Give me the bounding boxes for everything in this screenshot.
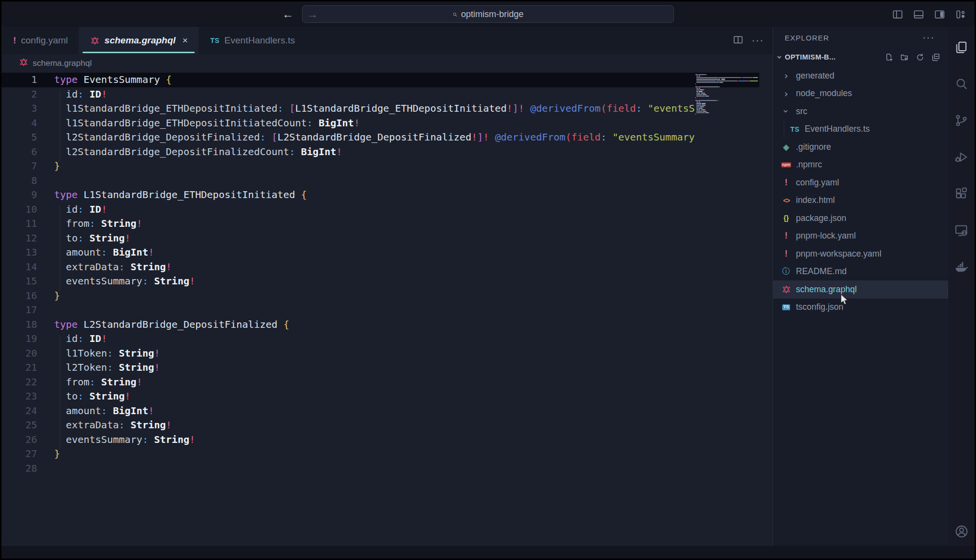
refresh-icon[interactable] <box>915 53 925 62</box>
file-label: tsconfig.json <box>796 302 843 312</box>
code-line-26[interactable]: 26 eventsSummary: String! <box>1 433 773 447</box>
code-line-12[interactable]: 12 to: String! <box>1 231 773 246</box>
line-text: type EventsSummary { <box>54 73 708 87</box>
new-folder-icon[interactable] <box>900 53 909 62</box>
code-line-28[interactable]: 28 <box>1 461 773 476</box>
code-line-14[interactable]: 14 extraData: String! <box>1 260 773 275</box>
code-line-5[interactable]: 5 l2StandardBridge_DepositFinalized: [L2… <box>1 130 773 145</box>
html-icon: <> <box>783 197 789 204</box>
file-item-README.md[interactable]: ⓘ README.md <box>773 263 948 281</box>
code-line-20[interactable]: 20 l1Token: String! <box>1 346 773 361</box>
file-item-EventHandlers.ts[interactable]: TS EventHandlers.ts <box>773 120 948 139</box>
activity-extensions[interactable] <box>948 175 975 212</box>
code-line-4[interactable]: 4 l1StandardBridge_ETHDepositInitiatedCo… <box>1 116 773 131</box>
code-line-19[interactable]: 19 id: ID! <box>1 332 773 346</box>
code-line-21[interactable]: 21 l2Token: String! <box>1 360 773 375</box>
code-line-23[interactable]: 23 to: String! <box>1 389 773 404</box>
line-text: to: String! <box>54 389 708 404</box>
code-line-8[interactable]: 8 <box>1 174 773 188</box>
activity-docker[interactable] <box>948 248 975 285</box>
code-editor[interactable]: 1type EventsSummary {2 id: ID!3 l1Standa… <box>1 73 773 546</box>
layout-panel-right-icon[interactable] <box>934 8 946 20</box>
layout-panel-bottom-icon[interactable] <box>913 8 925 20</box>
code-line-17[interactable]: 17 <box>1 303 773 318</box>
new-file-icon[interactable] <box>884 53 894 62</box>
file-item-package.json[interactable]: {} package.json <box>773 209 948 227</box>
line-number: 22 <box>1 375 37 390</box>
code-line-2[interactable]: 2 id: ID! <box>1 87 773 102</box>
file-item-pnpm-workspace.yaml[interactable]: ! pnpm-workspace.yaml <box>773 245 948 263</box>
tab-config.yaml[interactable]: ! config.yaml <box>1 27 79 54</box>
activity-source-control[interactable] <box>948 102 975 139</box>
line-text: extraData: String! <box>54 260 708 275</box>
more-actions-icon[interactable]: ··· <box>752 34 764 47</box>
code-line-9[interactable]: 9type L1StandardBridge_ETHDepositInitiat… <box>1 188 773 202</box>
sidebar-header: EXPLORER ··· <box>773 27 948 48</box>
code-line-15[interactable]: 15 eventsSummary: String! <box>1 274 773 289</box>
ts-icon: TS <box>210 37 220 44</box>
file-label: schema.graphql <box>796 284 857 295</box>
code-line-6[interactable]: 6 l2StandardBridge_DepositFinalizedCount… <box>1 145 773 160</box>
file-item-.npmrc[interactable]: npm .npmrc <box>773 156 948 174</box>
tab-schema.graphql[interactable]: schema.graphql × <box>79 27 199 54</box>
minimap-line <box>695 88 760 89</box>
code-line-27[interactable]: 27} <box>1 447 773 461</box>
back-arrow-icon[interactable]: ← <box>282 7 294 21</box>
file-item-.gitignore[interactable]: ◈ .gitignore <box>773 138 948 156</box>
file-label: .gitignore <box>796 142 831 152</box>
line-number: 21 <box>1 360 37 375</box>
minimap-line <box>695 86 760 87</box>
code-line-24[interactable]: 24 amount: BigInt! <box>1 404 773 419</box>
minimap-line <box>695 80 760 81</box>
line-text: amount: BigInt! <box>54 245 708 260</box>
layout-customize-icon[interactable] <box>955 8 967 20</box>
line-text: id: ID! <box>54 332 708 346</box>
file-item-index.html[interactable]: <> index.html <box>773 192 948 210</box>
line-number: 23 <box>1 389 37 404</box>
split-editor-icon[interactable] <box>732 34 744 47</box>
line-number: 13 <box>1 245 37 260</box>
layout-panel-left-icon[interactable] <box>892 8 904 20</box>
code-line-22[interactable]: 22 from: String! <box>1 375 773 390</box>
layout-toggles <box>892 1 967 27</box>
search-value: optimism-bridge <box>461 9 524 20</box>
project-root-row[interactable]: › OPTIMISM-B... <box>773 48 948 66</box>
activity-account[interactable] <box>954 524 969 539</box>
mouse-cursor <box>839 294 850 308</box>
file-item-schema.graphql[interactable]: schema.graphql <box>773 280 948 299</box>
collapse-all-icon[interactable] <box>931 53 940 62</box>
activity-remote-explorer[interactable] <box>948 212 975 248</box>
window: ← → ⌕ optimism-bridge ! config.yaml sche… <box>0 0 976 560</box>
minimap-line <box>695 103 760 104</box>
file-item-generated[interactable]: › generated <box>773 67 948 85</box>
tab-EventHandlers.ts[interactable]: TS EventHandlers.ts <box>199 27 306 54</box>
sidebar-more-icon[interactable]: ··· <box>922 31 935 44</box>
code-line-7[interactable]: 7} <box>1 159 773 174</box>
minimap[interactable] <box>695 74 760 121</box>
file-item-src[interactable]: › src <box>773 102 948 120</box>
forward-arrow-icon[interactable]: → <box>306 7 318 21</box>
yaml-warning-icon: ! <box>785 178 788 188</box>
close-tab-icon[interactable]: × <box>183 35 188 46</box>
activity-bar <box>948 27 975 546</box>
file-item-node_modules[interactable]: › node_modules <box>773 85 948 103</box>
file-item-pnpm-lock.yaml[interactable]: ! pnpm-lock.yaml <box>773 227 948 245</box>
line-text: id: ID! <box>54 87 708 102</box>
file-item-tsconfig.json[interactable]: TS tsconfig.json <box>773 299 948 317</box>
code-line-10[interactable]: 10 id: ID! <box>1 202 773 217</box>
file-item-config.yaml[interactable]: ! config.yaml <box>773 174 948 192</box>
code-line-18[interactable]: 18type L2StandardBridge_DepositFinalized… <box>1 318 773 332</box>
code-line-13[interactable]: 13 amount: BigInt! <box>1 245 773 260</box>
code-line-16[interactable]: 16} <box>1 289 773 303</box>
code-line-25[interactable]: 25 extraData: String! <box>1 418 773 433</box>
breadcrumb-label: schema.graphql <box>33 59 92 68</box>
code-line-11[interactable]: 11 from: String! <box>1 217 773 231</box>
code-line-1[interactable]: 1type EventsSummary { <box>1 73 759 87</box>
activity-search[interactable] <box>948 65 975 102</box>
line-text: amount: BigInt! <box>54 404 708 419</box>
activity-run-debug[interactable] <box>948 139 975 175</box>
command-center-search[interactable]: ⌕ optimism-bridge <box>302 5 674 23</box>
code-line-3[interactable]: 3 l1StandardBridge_ETHDepositInitiated: … <box>1 101 773 116</box>
breadcrumb[interactable]: schema.graphql <box>1 54 773 73</box>
activity-explorer[interactable] <box>948 29 975 65</box>
